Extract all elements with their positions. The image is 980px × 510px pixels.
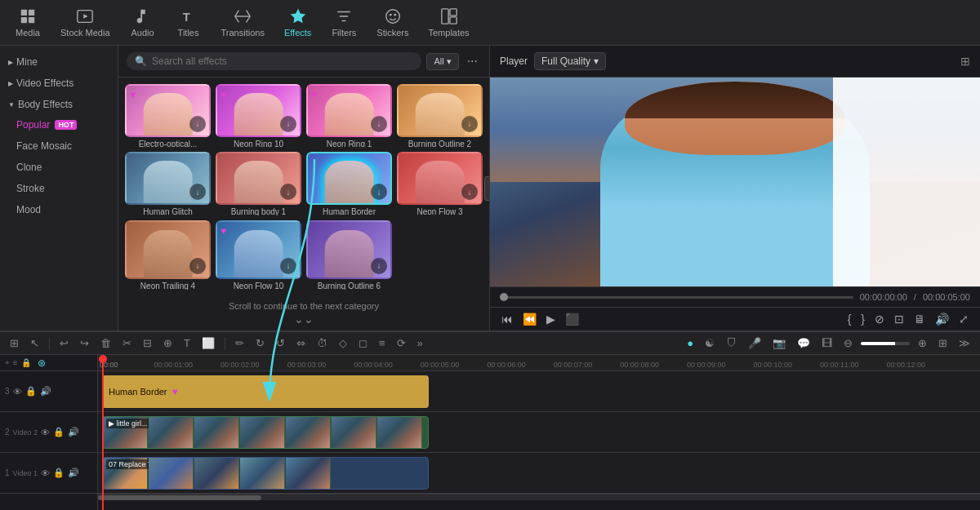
subtitle-button[interactable]: 💬 [794, 335, 813, 351]
track-lock-icon-1[interactable]: 🔒 [53, 468, 65, 478]
redo-button[interactable]: ↪ [77, 335, 92, 351]
volume-icon[interactable]: 🔊 [933, 311, 951, 327]
zoom-slider[interactable] [861, 342, 910, 345]
svg-rect-12 [449, 9, 456, 16]
toolbar-stickers[interactable]: Stickers [368, 4, 416, 41]
crop-icon[interactable]: ⊡ [893, 311, 906, 327]
track-lock-icon-2[interactable]: 🔒 [53, 427, 65, 437]
split-icon[interactable]: ⊘ [873, 311, 886, 327]
video-clip-button[interactable]: 🎞 [818, 335, 835, 351]
rect-button[interactable]: ⬜ [198, 335, 218, 351]
track-lock-icon-3[interactable]: 🔒 [25, 386, 37, 397]
sidebar-item-clone[interactable]: Clone [3, 157, 114, 178]
step-back-button[interactable]: ⏪ [521, 311, 538, 327]
lock-icon[interactable]: 🔒 [21, 358, 31, 367]
snapshot-button[interactable]: 📷 [769, 335, 789, 351]
undo-button[interactable]: ↩ [56, 335, 72, 351]
sidebar-group-body-header[interactable]: ▼ Body Effects [0, 95, 118, 114]
stop-button[interactable]: ⬛ [564, 311, 581, 327]
toolbar-titles[interactable]: T Titles [167, 4, 210, 41]
sidebar-item-stroke[interactable]: Stroke [3, 178, 114, 199]
grid-tl-button[interactable]: ⊞ [935, 335, 951, 351]
track-audio-icon-1[interactable]: 🔊 [68, 468, 79, 478]
track-hide-icon-2[interactable]: 👁 [41, 428, 50, 437]
clip-replace-video[interactable]: 07 Replace Your Video [102, 457, 429, 490]
rotate-cw-button[interactable]: ↻ [252, 335, 268, 351]
zoom-out-button[interactable]: ⊖ [840, 335, 856, 351]
sidebar-item-face-mosaic[interactable]: Face Mosaic [3, 135, 114, 157]
scrollbar-thumb[interactable] [98, 495, 261, 500]
effect-neon-flow-10[interactable]: ♥ ↓ Neon Flow 10 [216, 220, 301, 290]
split-button[interactable]: ⊕ [160, 335, 176, 351]
toolbar-media[interactable]: Media [7, 4, 49, 41]
skip-back-button[interactable]: ⏮ [500, 311, 514, 327]
toolbar-stock-media[interactable]: Stock Media [52, 4, 118, 41]
sidebar-item-mood[interactable]: Mood [3, 199, 114, 220]
more-tl-button[interactable]: » [414, 335, 426, 351]
track-hide-icon-1[interactable]: 👁 [41, 468, 50, 478]
bracket-end-icon[interactable]: } [859, 311, 866, 327]
sidebar-group-video-header[interactable]: ▶ Video Effects [0, 73, 118, 93]
shield-button[interactable]: ⛉ [723, 335, 740, 351]
split-track-button[interactable]: ⊞ [7, 335, 22, 351]
effect-burning-body-1[interactable]: ↓ Burning body 1 [216, 152, 301, 215]
track-audio-icon-2[interactable]: 🔊 [68, 427, 79, 437]
fullscreen-icon[interactable]: ⤢ [957, 311, 970, 327]
progress-bar[interactable] [500, 296, 853, 299]
filter-button[interactable]: All ▾ [426, 53, 458, 70]
keyframe-button[interactable]: ◇ [336, 335, 350, 351]
mask-button[interactable]: ◻ [355, 335, 371, 351]
options-tl-button[interactable]: ≫ [956, 335, 973, 351]
zoom-in-button[interactable]: ⊕ [915, 335, 930, 351]
monitor-icon[interactable]: 🖥 [912, 311, 927, 327]
quality-selector[interactable]: Full Quality ▾ [534, 52, 606, 70]
track-audio-icon-3[interactable]: 🔊 [40, 386, 51, 397]
track-hide-icon-3[interactable]: 👁 [13, 387, 22, 397]
toolbar-transitions[interactable]: Transitions [213, 4, 273, 41]
effect-neon-flow-3[interactable]: ↓ Neon Flow 3 [397, 152, 483, 215]
effect-neon-ring-10[interactable]: ♥ ↓ Neon Ring 10 [216, 84, 301, 147]
effect-neon-ring-1[interactable]: ♥ ↓ Neon Ring 1 [306, 84, 392, 147]
toolbar-audio[interactable]: Audio [122, 4, 164, 41]
add-track-icon[interactable]: + [5, 358, 10, 367]
clip-human-border[interactable]: Human Border ♥ [102, 375, 429, 408]
timer-button[interactable]: ⏱ [314, 335, 331, 351]
delete-button[interactable]: 🗑 [97, 335, 114, 351]
bracket-start-icon[interactable]: { [846, 311, 853, 327]
search-box[interactable]: 🔍 [127, 52, 421, 70]
flip-button[interactable]: ⇔ [293, 335, 309, 351]
effect-human-glitch[interactable]: ↓ Human Glitch [125, 152, 211, 215]
crop-tl-button[interactable]: ⊟ [140, 335, 155, 351]
toolbar-templates[interactable]: Templates [420, 4, 477, 41]
select-tool-button[interactable]: ↖ [27, 335, 42, 351]
effect-burning-outline-2[interactable]: ↓ Burning Outline 2 [397, 84, 483, 147]
record-button[interactable]: ● [684, 335, 697, 351]
search-input[interactable] [152, 55, 413, 67]
sidebar-group-mine-header[interactable]: ▶ Mine [0, 52, 118, 72]
timeline-content: 00:00 00:00:01:00 00:00:02:00 00:00:03:0… [98, 355, 980, 510]
panel-collapse-button[interactable]: ‹ [484, 176, 489, 201]
effect-burning-outline-6[interactable]: ↓ Burning Outline 6 [306, 220, 392, 290]
text-button[interactable]: T [180, 335, 194, 351]
effect-electro-optical[interactable]: ♥ ↓ Electro-optical... [125, 84, 211, 147]
rotate-ccw-button[interactable]: ↺ [273, 335, 288, 351]
motion-button[interactable]: ☯ [702, 335, 718, 351]
effect-neon-trailing-4[interactable]: ↓ Neon Trailing 4 [125, 220, 211, 290]
cut-button[interactable]: ✂ [119, 335, 135, 351]
effect-human-border[interactable]: ↓ Human Border [306, 152, 392, 215]
magnet-icon[interactable]: ⊛ [34, 356, 49, 370]
time-ruler: 00:00 00:00:01:00 00:00:02:00 00:00:03:0… [98, 355, 980, 371]
draw-button[interactable]: ✏ [232, 335, 247, 351]
clip-little-girl[interactable]: ▶ little girl... [102, 416, 429, 449]
toolbar-filters[interactable]: Filters [323, 4, 365, 41]
grid-view-button[interactable]: ⊞ [960, 55, 970, 68]
toolbar-effects[interactable]: Effects [276, 4, 319, 41]
sidebar-item-popular[interactable]: Popular HOT [3, 114, 114, 135]
mic-button[interactable]: 🎤 [745, 335, 764, 351]
timeline-scrollbar[interactable] [98, 494, 980, 500]
more-options-button[interactable]: ··· [464, 52, 481, 70]
track-options-icon[interactable]: ≡ [13, 358, 18, 367]
equalizer-button[interactable]: ≡ [376, 335, 389, 351]
play-button[interactable]: ▶ [545, 311, 557, 327]
speed-button[interactable]: ⟳ [394, 335, 409, 351]
